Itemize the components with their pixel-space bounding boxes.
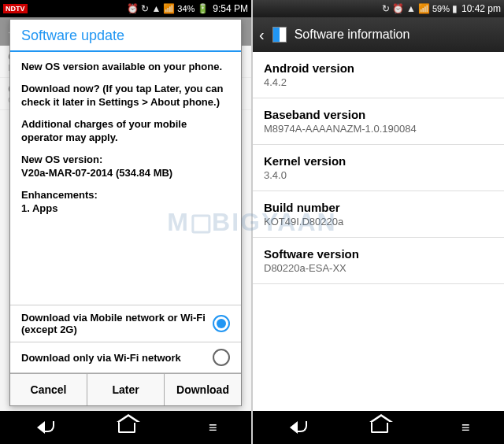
dialog-body: New OS version available on your phone. … <box>10 52 241 305</box>
clock: 10:42 pm <box>461 3 501 14</box>
msg-line: Download now? (If you tap Later, you can… <box>21 82 230 109</box>
battery-pct: 59% <box>432 4 450 13</box>
alarm-icon: ⏰ <box>127 3 139 14</box>
row-label: Android version <box>264 61 493 75</box>
msg-line: New OS version available on your phone. <box>21 60 230 74</box>
radio-group: Download via Mobile network or Wi-Fi (ex… <box>10 305 241 373</box>
row-label: Kernel version <box>264 154 493 168</box>
status-bar-right: ↻ ⏰ ▲ 📶 59% ▮ 10:42 pm <box>253 0 504 17</box>
row-label: Software version <box>264 247 493 261</box>
header-title: Software information <box>295 28 410 42</box>
ntv-badge: NDTV <box>3 4 28 13</box>
later-button[interactable]: Later <box>87 374 165 405</box>
nav-menu-icon[interactable]: ≡ <box>209 420 215 436</box>
document-icon <box>272 27 287 43</box>
software-info-header: ‹ Software information <box>253 17 504 52</box>
nav-back-icon[interactable] <box>290 421 298 434</box>
software-update-dialog: Software update New OS version available… <box>9 19 242 406</box>
cancel-button[interactable]: Cancel <box>10 374 87 405</box>
wifi-icon: ▲ <box>406 3 416 14</box>
info-row-baseband-version[interactable]: Baseband version M8974A-AAAANAZM-1.0.190… <box>253 98 504 145</box>
clock: 9:54 PM <box>213 3 248 14</box>
info-row-kernel-version[interactable]: Kernel version 3.4.0 <box>253 145 504 191</box>
row-label: Build number <box>264 201 493 214</box>
sync-icon: ↻ <box>141 3 149 14</box>
status-bar-left: NDTV ⏰ ↻ ▲ 📶 34% 🔋 9:54 PM <box>0 0 251 17</box>
right-content: ‹ Software information Android version 4… <box>253 17 504 411</box>
alarm-icon: ⏰ <box>392 3 404 14</box>
info-row-software-version[interactable]: Software version D80220a-ESA-XX <box>253 238 504 284</box>
signal-icon: 📶 <box>418 3 430 14</box>
row-value: 3.4.0 <box>264 169 493 181</box>
info-row-android-version[interactable]: Android version 4.4.2 <box>253 52 504 98</box>
battery-icon: 🔋 <box>197 3 209 14</box>
radio-icon <box>213 315 230 332</box>
back-icon[interactable]: ‹ <box>259 26 265 44</box>
nav-back-icon[interactable] <box>37 421 45 434</box>
row-label: Baseband version <box>264 108 493 121</box>
msg-line: Additional charges of your mobile operat… <box>21 117 230 145</box>
nav-home-icon[interactable] <box>118 422 135 433</box>
msg-line: Enhancements: 1. Apps <box>21 188 230 216</box>
nav-menu-icon[interactable]: ≡ <box>461 420 468 436</box>
download-button[interactable]: Download <box>165 374 241 405</box>
row-value: 4.4.2 <box>264 76 493 88</box>
row-value: KOT49I.D80220a <box>264 216 493 228</box>
msg-line: New OS version: V20a-MAR-07-2014 (534.84… <box>21 153 230 180</box>
phone-right: ↻ ⏰ ▲ 📶 59% ▮ 10:42 pm ‹ Software inform… <box>253 0 504 444</box>
phone-left: NDTV ⏰ ↻ ▲ 📶 34% 🔋 9:54 PM ← Software Up… <box>0 0 251 444</box>
row-value: D80220a-ESA-XX <box>264 262 493 274</box>
radio-label: Download via Mobile network or Wi-Fi (ex… <box>21 312 213 335</box>
wifi-icon: ▲ <box>151 3 161 14</box>
left-content: ← Software Update C La Cl Ch no Software… <box>0 17 251 411</box>
nav-bar-left: ≡ <box>0 411 251 444</box>
battery-pct: 34% <box>177 4 195 13</box>
sync-icon: ↻ <box>382 3 390 14</box>
nav-home-icon[interactable] <box>371 422 388 433</box>
signal-icon: 📶 <box>163 3 175 14</box>
dialog-buttons: Cancel Later Download <box>10 373 241 405</box>
radio-option-mobile-wifi[interactable]: Download via Mobile network or Wi-Fi (ex… <box>10 305 241 342</box>
battery-icon: ▮ <box>452 3 458 14</box>
dialog-title: Software update <box>10 20 241 52</box>
nav-bar-right: ≡ <box>253 411 504 444</box>
info-row-build-number[interactable]: Build number KOT49I.D80220a <box>253 191 504 238</box>
radio-option-wifi-only[interactable]: Download only via Wi-Fi network <box>10 342 241 373</box>
radio-icon <box>213 349 230 366</box>
radio-label: Download only via Wi-Fi network <box>21 352 213 364</box>
row-value: M8974A-AAAANAZM-1.0.190084 <box>264 123 493 135</box>
